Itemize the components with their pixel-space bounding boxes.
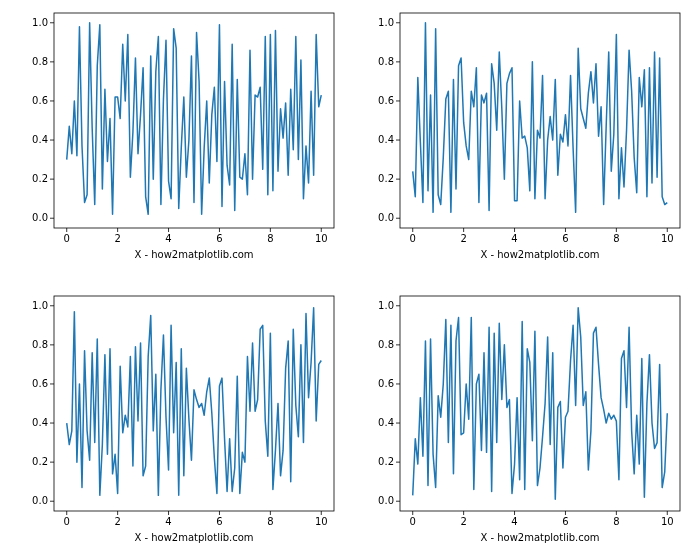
chart-panel: 02468100.00.20.40.60.81.0X - how2matplot… — [370, 294, 682, 547]
x-tick-label: 2 — [114, 233, 120, 244]
y-tick-label: 0.6 — [378, 95, 394, 106]
y-tick-label: 0.8 — [378, 56, 394, 67]
x-tick-label: 6 — [216, 233, 222, 244]
x-tick-label: 0 — [64, 516, 70, 527]
x-tick-label: 2 — [460, 233, 466, 244]
x-tick-label: 10 — [315, 233, 328, 244]
data-line — [413, 23, 668, 213]
y-tick-label: 0.4 — [378, 134, 394, 145]
x-tick-label: 6 — [562, 516, 568, 527]
x-tick-label: 4 — [511, 233, 517, 244]
y-tick-label: 1.0 — [378, 17, 394, 28]
y-tick-label: 0.4 — [378, 417, 394, 428]
y-tick-label: 0.2 — [32, 173, 48, 184]
x-tick-label: 4 — [165, 233, 171, 244]
y-tick-label: 0.0 — [32, 495, 48, 506]
x-tick-label: 6 — [216, 516, 222, 527]
x-axis-label: X - how2matplotlib.com — [480, 532, 599, 543]
x-tick-label: 2 — [114, 516, 120, 527]
figure: 02468100.00.20.40.60.81.0X - how2matplot… — [0, 0, 700, 560]
chart-panel: 02468100.00.20.40.60.81.0X - how2matplot… — [24, 294, 336, 547]
y-tick-label: 1.0 — [378, 300, 394, 311]
data-line — [67, 308, 322, 496]
x-axis-label: X - how2matplotlib.com — [480, 249, 599, 260]
y-tick-label: 0.4 — [32, 134, 48, 145]
y-tick-label: 0.6 — [32, 378, 48, 389]
y-tick-label: 1.0 — [32, 17, 48, 28]
y-tick-label: 0.2 — [378, 173, 394, 184]
x-tick-label: 10 — [661, 516, 674, 527]
x-tick-label: 4 — [511, 516, 517, 527]
chart-panel: 02468100.00.20.40.60.81.0X - how2matplot… — [370, 11, 682, 264]
y-tick-label: 0.4 — [32, 417, 48, 428]
y-tick-label: 0.0 — [378, 495, 394, 506]
x-axis-label: X - how2matplotlib.com — [134, 249, 253, 260]
y-tick-label: 0.6 — [378, 378, 394, 389]
x-tick-label: 8 — [613, 516, 619, 527]
data-line — [67, 23, 322, 215]
chart-panel: 02468100.00.20.40.60.81.0X - how2matplot… — [24, 11, 336, 264]
x-tick-label: 0 — [64, 233, 70, 244]
x-tick-label: 10 — [315, 516, 328, 527]
x-tick-label: 10 — [661, 233, 674, 244]
x-tick-label: 8 — [613, 233, 619, 244]
y-tick-label: 0.0 — [32, 212, 48, 223]
y-tick-label: 0.6 — [32, 95, 48, 106]
y-tick-label: 0.8 — [32, 339, 48, 350]
x-tick-label: 8 — [267, 516, 273, 527]
y-tick-label: 1.0 — [32, 300, 48, 311]
y-tick-label: 0.2 — [378, 456, 394, 467]
x-tick-label: 0 — [410, 516, 416, 527]
x-tick-label: 8 — [267, 233, 273, 244]
x-tick-label: 0 — [410, 233, 416, 244]
x-axis-label: X - how2matplotlib.com — [134, 532, 253, 543]
y-tick-label: 0.0 — [378, 212, 394, 223]
y-tick-label: 0.2 — [32, 456, 48, 467]
y-tick-label: 0.8 — [378, 339, 394, 350]
x-tick-label: 2 — [460, 516, 466, 527]
x-tick-label: 4 — [165, 516, 171, 527]
data-line — [413, 308, 668, 500]
y-tick-label: 0.8 — [32, 56, 48, 67]
x-tick-label: 6 — [562, 233, 568, 244]
